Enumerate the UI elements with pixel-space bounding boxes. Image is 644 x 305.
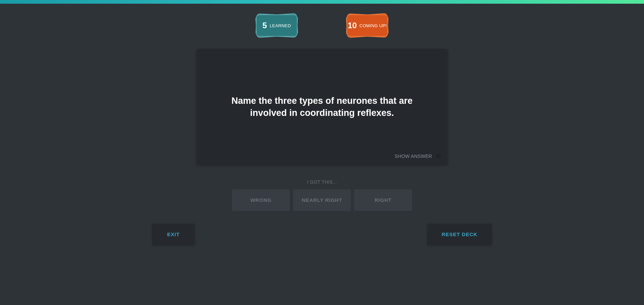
- right-button[interactable]: RIGHT: [354, 189, 412, 211]
- flip-icon: [435, 153, 441, 159]
- prompt-text: I GOT THIS...: [307, 179, 337, 185]
- show-answer-label: SHOW ANSWER: [395, 154, 432, 159]
- show-answer-button[interactable]: SHOW ANSWER: [395, 153, 441, 159]
- badges-row: 5 LEARNED 10 COMING UP!: [255, 14, 389, 37]
- coming-up-badge[interactable]: 10 COMING UP!: [345, 14, 389, 37]
- learned-label: LEARNED: [270, 23, 291, 28]
- top-gradient-bar: [0, 0, 644, 4]
- nearly-right-button[interactable]: NEARLY RIGHT: [293, 189, 351, 211]
- learned-count: 5: [263, 21, 267, 30]
- flashcard-question: Name the three types of neurones that ar…: [217, 95, 427, 119]
- coming-count: 10: [348, 21, 357, 30]
- badge-content: 10 COMING UP!: [348, 21, 387, 30]
- coming-label: COMING UP!: [359, 23, 387, 28]
- wrong-button[interactable]: WRONG: [232, 189, 290, 211]
- learned-badge[interactable]: 5 LEARNED: [255, 14, 299, 37]
- main-container: 5 LEARNED 10 COMING UP! Name the three t…: [0, 4, 644, 245]
- badge-content: 5 LEARNED: [263, 21, 291, 30]
- reset-deck-button[interactable]: RESET DECK: [427, 224, 492, 245]
- answer-buttons-row: WRONG NEARLY RIGHT RIGHT: [232, 189, 412, 211]
- flashcard[interactable]: Name the three types of neurones that ar…: [197, 49, 447, 165]
- bottom-actions-row: EXIT RESET DECK: [152, 224, 492, 245]
- exit-button[interactable]: EXIT: [152, 224, 195, 245]
